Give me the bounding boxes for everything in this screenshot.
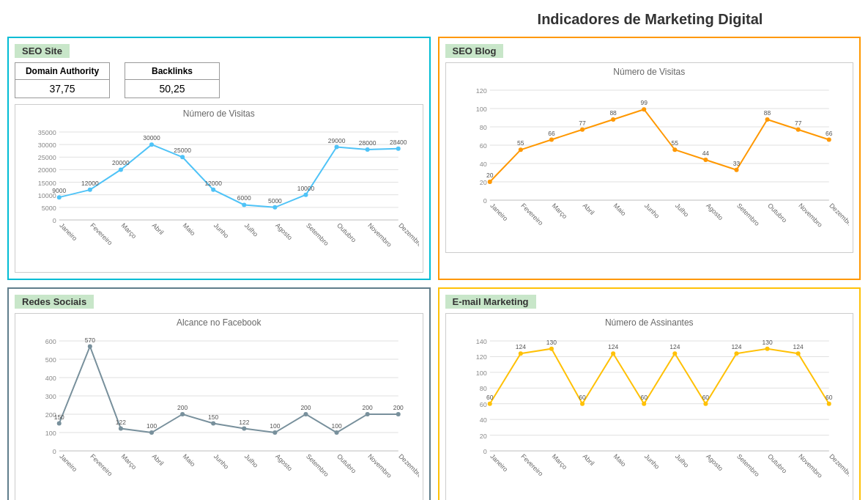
svg-text:Agosto: Agosto — [274, 221, 294, 241]
svg-text:Janeiro: Janeiro — [489, 202, 509, 222]
svg-point-180 — [734, 351, 738, 356]
svg-text:Maio: Maio — [612, 202, 627, 217]
svg-point-79 — [826, 138, 831, 142]
svg-point-74 — [672, 147, 677, 152]
svg-text:Novembro: Novembro — [366, 221, 393, 248]
svg-point-24 — [272, 205, 277, 210]
svg-point-72 — [611, 117, 615, 122]
svg-point-129 — [366, 412, 370, 416]
svg-text:122: 122 — [239, 419, 249, 426]
svg-point-20 — [149, 142, 154, 147]
svg-point-175 — [580, 402, 585, 406]
svg-text:Janeiro: Janeiro — [58, 221, 78, 242]
svg-text:Julho: Julho — [673, 202, 689, 218]
svg-text:99: 99 — [640, 99, 648, 106]
svg-text:Julho: Julho — [243, 452, 259, 468]
svg-text:Julho: Julho — [243, 221, 259, 238]
svg-text:Fevereiro: Fevereiro — [89, 221, 114, 246]
svg-text:Novembro: Novembro — [797, 452, 823, 479]
svg-point-22 — [211, 188, 215, 192]
svg-text:Maio: Maio — [612, 452, 627, 468]
svg-text:60: 60 — [640, 394, 648, 401]
svg-text:Setembro: Setembro — [305, 452, 330, 478]
svg-point-127 — [303, 412, 308, 416]
svg-text:Abril: Abril — [151, 221, 166, 236]
svg-text:30000: 30000 — [38, 141, 56, 149]
svg-text:Outubro: Outubro — [335, 452, 357, 474]
svg-text:Dezembro: Dezembro — [397, 452, 418, 479]
svg-text:150: 150 — [54, 413, 64, 421]
svg-text:55: 55 — [517, 139, 524, 147]
svg-text:28400: 28400 — [390, 139, 407, 146]
seo-site-chart: Número de Visitas 0500010000150002000025… — [15, 104, 423, 273]
svg-text:120: 120 — [475, 87, 486, 95]
svg-text:Julho: Julho — [673, 452, 689, 468]
backlinks-value: 50,25 — [125, 80, 219, 98]
panel-seo-blog: SEO Blog Número de Visitas 0204060801001… — [438, 37, 861, 280]
svg-point-68 — [487, 180, 492, 184]
svg-text:0: 0 — [53, 217, 56, 224]
seo-blog-chart: Número de Visitas 0204060801001202055667… — [445, 62, 854, 253]
svg-text:120: 120 — [475, 353, 486, 361]
svg-text:5000: 5000 — [42, 205, 56, 212]
svg-text:Junho: Junho — [642, 202, 660, 219]
svg-text:Março: Março — [120, 221, 138, 240]
svg-text:Abril: Abril — [581, 452, 596, 467]
svg-point-183 — [826, 402, 831, 406]
svg-point-123 — [180, 412, 185, 416]
seo-site-chart-title: Número de Visitas — [19, 109, 419, 119]
svg-point-121 — [119, 427, 123, 431]
svg-text:20000: 20000 — [112, 159, 130, 166]
svg-text:130: 130 — [762, 339, 772, 346]
svg-text:100: 100 — [146, 422, 157, 430]
svg-text:77: 77 — [579, 120, 586, 127]
svg-text:25000: 25000 — [38, 154, 56, 161]
redes-chart-title: Alcance no Facebook — [19, 317, 419, 328]
svg-point-71 — [580, 128, 585, 132]
email-chart-title: Número de Assinantes — [450, 317, 850, 328]
svg-point-125 — [242, 427, 246, 431]
svg-text:80: 80 — [479, 385, 486, 392]
redes-chart: Alcance no Facebook 01002003004005006001… — [15, 313, 423, 500]
svg-text:77: 77 — [794, 120, 801, 127]
seo-site-label: SEO Site — [15, 44, 70, 58]
svg-text:400: 400 — [45, 375, 56, 382]
svg-point-126 — [272, 430, 277, 435]
svg-text:200: 200 — [300, 404, 311, 411]
seo-blog-chart-title: Número de Visitas — [450, 67, 850, 77]
svg-point-23 — [242, 202, 246, 207]
svg-point-75 — [703, 158, 708, 162]
svg-point-70 — [549, 138, 553, 142]
svg-text:Dezembro: Dezembro — [397, 221, 418, 248]
backlinks-label: Backlinks — [125, 63, 219, 80]
svg-point-176 — [611, 351, 615, 356]
svg-text:Fevereiro: Fevereiro — [519, 452, 544, 477]
svg-text:60: 60 — [579, 394, 586, 401]
svg-text:Outubro: Outubro — [766, 202, 788, 224]
svg-point-78 — [795, 128, 800, 132]
svg-text:Setembro: Setembro — [735, 202, 761, 227]
svg-text:20: 20 — [486, 172, 494, 179]
svg-text:Setembro: Setembro — [305, 221, 330, 247]
svg-text:124: 124 — [515, 343, 525, 350]
panel-redes-sociais: Redes Sociais Alcance no Facebook 010020… — [7, 287, 431, 500]
svg-text:200: 200 — [177, 404, 188, 411]
svg-text:12000: 12000 — [204, 180, 222, 187]
svg-text:66: 66 — [826, 130, 833, 137]
svg-point-128 — [335, 430, 339, 435]
svg-text:Fevereiro: Fevereiro — [89, 452, 114, 477]
svg-point-77 — [765, 117, 769, 122]
svg-point-28 — [396, 147, 401, 151]
svg-point-21 — [180, 155, 185, 159]
svg-text:0: 0 — [53, 448, 56, 455]
svg-text:Março: Março — [120, 452, 138, 471]
svg-text:60: 60 — [486, 394, 494, 401]
svg-point-17 — [57, 195, 62, 199]
svg-text:60: 60 — [479, 142, 486, 150]
svg-point-173 — [518, 351, 522, 356]
svg-text:570: 570 — [85, 337, 95, 344]
svg-text:130: 130 — [546, 339, 556, 346]
email-label: E-mail Marketing — [445, 295, 536, 309]
svg-text:5000: 5000 — [268, 197, 282, 205]
svg-text:140: 140 — [475, 338, 486, 345]
